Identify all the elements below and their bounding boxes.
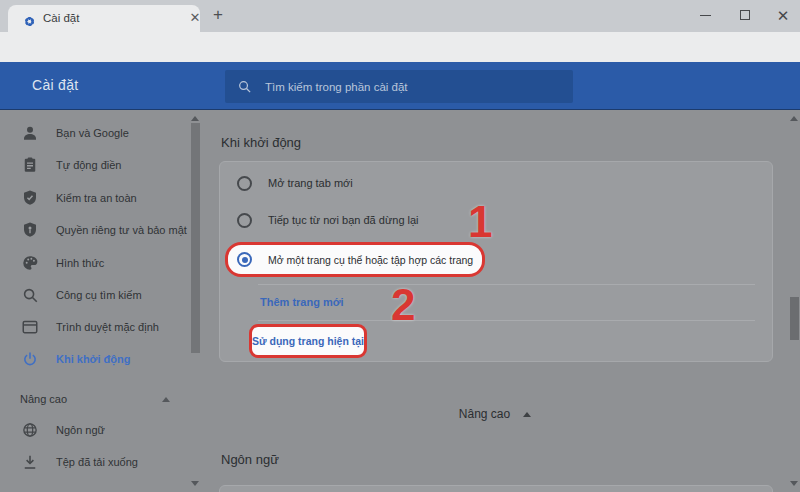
autofill-icon xyxy=(21,156,39,174)
settings-search-input[interactable]: Tìm kiếm trong phần cài đặt xyxy=(225,70,573,103)
privacy-shield-icon xyxy=(21,221,39,239)
tab-close-icon[interactable]: ✕ xyxy=(187,10,203,26)
sidebar-item-autofill[interactable]: Tự động điền xyxy=(0,149,190,181)
radio-icon[interactable] xyxy=(237,176,252,191)
radio-icon[interactable] xyxy=(237,213,252,228)
window-maximize-button[interactable] xyxy=(728,0,762,30)
sidebar-scrollbar-thumb[interactable] xyxy=(191,123,200,353)
safety-check-icon xyxy=(21,189,39,207)
appearance-palette-icon xyxy=(21,254,39,272)
settings-header: Cài đặt Tìm kiếm trong phần cài đặt xyxy=(0,62,800,110)
default-browser-icon xyxy=(21,318,39,336)
new-tab-button[interactable]: + xyxy=(208,5,228,25)
chevron-up-icon xyxy=(523,412,531,417)
annotation-box-2: Sử dụng trang hiện tại xyxy=(249,324,367,358)
sidebar-item-on-startup[interactable]: Khi khởi động xyxy=(0,343,190,375)
scroll-down-icon[interactable] xyxy=(191,481,199,486)
person-icon xyxy=(21,124,39,142)
radio-option-new-tab[interactable]: Mở trang tab mới xyxy=(237,175,353,191)
sidebar-advanced-toggle[interactable]: Nâng cao xyxy=(0,383,190,415)
globe-icon xyxy=(21,421,39,439)
tab-strip: Cài đặt ✕ + ✕ xyxy=(0,0,800,32)
languages-card xyxy=(219,485,773,492)
browser-toolbar: Chrome | chrome://settings/onStartup A a xyxy=(0,32,800,62)
sidebar-item-privacy[interactable]: Quyền riêng tư và bảo mật xyxy=(0,214,190,246)
radio-option-specific-pages[interactable]: Mở một trang cụ thể hoặc tập hợp các tra… xyxy=(237,245,473,274)
scroll-down-icon[interactable] xyxy=(790,481,798,486)
main-scrollbar-thumb[interactable] xyxy=(790,297,799,340)
sidebar-item-search-engine[interactable]: Công cụ tìm kiếm xyxy=(0,279,190,311)
download-icon xyxy=(21,453,39,471)
scroll-up-icon[interactable] xyxy=(790,116,798,121)
annotation-step-2: 2 xyxy=(391,283,415,327)
settings-title: Cài đặt xyxy=(32,77,78,93)
sidebar-item-languages[interactable]: Ngôn ngữ xyxy=(0,414,190,446)
use-current-pages-link[interactable]: Sử dụng trang hiện tại xyxy=(252,335,364,347)
sidebar-item-you-and-google[interactable]: Bạn và Google xyxy=(0,117,190,149)
search-placeholder: Tìm kiếm trong phần cài đặt xyxy=(265,81,408,93)
tab-title: Cài đặt xyxy=(43,12,79,24)
settings-gear-favicon-icon xyxy=(23,15,36,28)
chevron-up-icon xyxy=(162,397,170,402)
sidebar-item-safety-check[interactable]: Kiểm tra an toàn xyxy=(0,182,190,214)
main-scrollbar[interactable] xyxy=(789,110,800,492)
languages-section-title: Ngôn ngữ xyxy=(221,452,279,467)
window-minimize-button[interactable] xyxy=(688,0,722,30)
divider xyxy=(258,320,755,321)
chrome-window: Cài đặt ✕ + ✕ Chrome | chrome://settings… xyxy=(0,0,800,492)
search-engine-icon xyxy=(21,286,39,304)
power-icon xyxy=(21,350,39,368)
settings-sidebar: Bạn và Google Tự động điền Kiểm tra an t… xyxy=(0,110,201,492)
search-icon xyxy=(237,79,252,94)
annotation-box-1: Mở một trang cụ thể hoặc tập hợp các tra… xyxy=(225,242,485,277)
sidebar-scrollbar[interactable] xyxy=(190,110,201,492)
advanced-toggle-button[interactable]: Nâng cao xyxy=(201,402,789,426)
sidebar-item-default-browser[interactable]: Trình duyệt mặc định xyxy=(0,311,190,343)
tab-settings[interactable]: Cài đặt ✕ xyxy=(8,5,200,32)
divider xyxy=(258,284,755,285)
page-title: Khi khởi động xyxy=(221,135,301,150)
radio-option-continue[interactable]: Tiếp tục từ nơi bạn đã dừng lại xyxy=(237,212,419,228)
radio-selected-icon[interactable] xyxy=(237,252,252,267)
add-new-page-link[interactable]: Thêm trang mới xyxy=(260,296,344,308)
scroll-up-icon[interactable] xyxy=(191,116,199,121)
annotation-step-1: 1 xyxy=(468,200,492,244)
sidebar-item-downloads[interactable]: Tệp đã tải xuống xyxy=(0,446,190,478)
window-close-button[interactable]: ✕ xyxy=(766,0,800,30)
sidebar-item-appearance[interactable]: Hình thức xyxy=(0,247,190,279)
